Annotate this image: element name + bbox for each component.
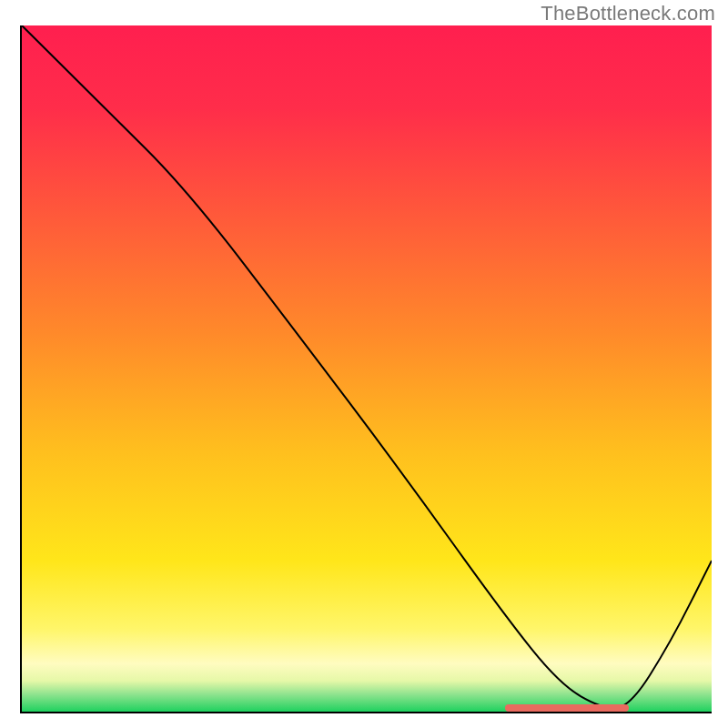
trough-marker	[505, 704, 629, 712]
chart-container: TheBottleneck.com	[0, 0, 728, 728]
watermark-text: TheBottleneck.com	[541, 2, 715, 25]
plot-area	[20, 25, 712, 713]
chart-svg	[22, 25, 712, 712]
